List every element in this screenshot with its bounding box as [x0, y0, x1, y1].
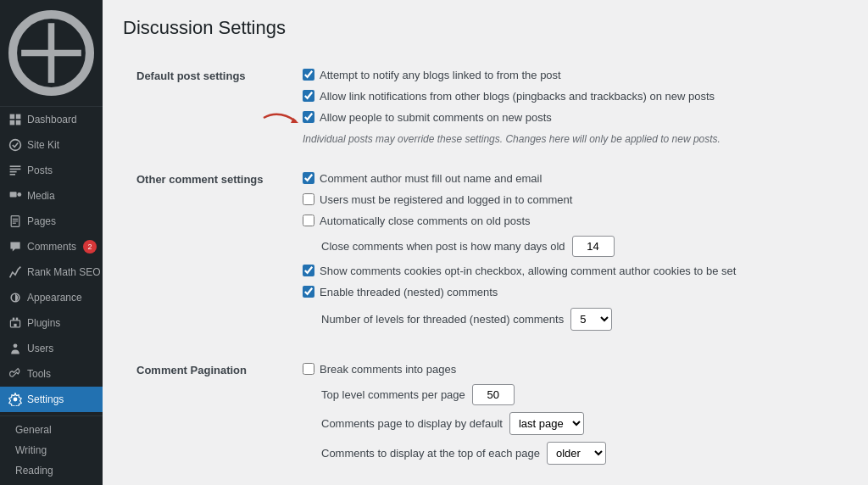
- sidebar-label-rankmath: Rank Math SEO: [27, 266, 101, 278]
- submenu-item-writing[interactable]: Writing: [0, 440, 103, 460]
- section-comment-pagination: Comment Pagination Break comments into p…: [123, 350, 848, 484]
- checkbox-row-cookies: Show comments cookies opt-in checkbox, a…: [303, 264, 834, 279]
- label-break-pages: Break comments into pages: [320, 362, 456, 377]
- per-page-input[interactable]: [472, 384, 515, 405]
- checkbox-notify-blogs[interactable]: [303, 69, 314, 81]
- wordpress-logo: [0, 0, 103, 107]
- label-notify-blogs: Attempt to notify any blogs linked to fr…: [320, 68, 561, 83]
- sidebar-label-comments: Comments: [27, 241, 76, 253]
- svg-point-5: [10, 140, 21, 151]
- comments-badge: 2: [83, 240, 97, 254]
- section-label-other: Other comment settings: [136, 171, 289, 186]
- checkbox-row-notify: Attempt to notify any blogs linked to fr…: [303, 68, 834, 83]
- section-controls-other: Comment author must fill out name and em…: [303, 171, 834, 337]
- display-page-select[interactable]: first pagelast page: [509, 412, 584, 435]
- threaded-levels-label: Number of levels for threaded (nested) c…: [321, 313, 564, 326]
- svg-rect-20: [14, 324, 16, 326]
- per-page-label: Top level comments per page: [321, 388, 465, 401]
- sidebar-item-posts[interactable]: Posts: [0, 158, 103, 183]
- close-days-input[interactable]: [572, 236, 615, 257]
- sidebar-item-plugins[interactable]: Plugins: [0, 310, 103, 336]
- section-label-pagination: Comment Pagination: [136, 362, 289, 376]
- page-title: Discussion Settings: [123, 17, 848, 39]
- sidebar-label-pages: Pages: [27, 215, 56, 227]
- top-of-page-row: Comments to display at the top of each p…: [321, 442, 834, 465]
- svg-rect-2: [16, 114, 21, 120]
- svg-rect-13: [13, 219, 18, 220]
- checkbox-row-link-notifications: Allow link notifications from other blog…: [303, 89, 834, 104]
- sidebar-item-sitekit[interactable]: Site Kit: [0, 132, 103, 158]
- sidebar-label-settings: Settings: [27, 393, 64, 405]
- sidebar-item-pages[interactable]: Pages: [0, 209, 103, 234]
- sidebar-label-posts: Posts: [27, 164, 53, 176]
- sidebar-item-appearance[interactable]: Appearance: [0, 285, 103, 310]
- checkbox-row-break-pages: Break comments into pages: [303, 362, 834, 377]
- sidebar: Dashboard Site Kit Posts Media Pages Com…: [0, 0, 103, 485]
- svg-rect-4: [16, 120, 21, 125]
- svg-rect-1: [10, 114, 15, 120]
- svg-point-11: [17, 192, 21, 197]
- label-allow-comments: Allow people to submit comments on new p…: [320, 110, 552, 125]
- checkbox-auto-close[interactable]: [303, 215, 314, 226]
- label-threaded: Enable threaded (nested) comments: [320, 285, 498, 300]
- sidebar-label-users: Users: [27, 343, 53, 354]
- checkbox-cookies[interactable]: [303, 265, 314, 276]
- submenu-item-discussion[interactable]: Discussion: [0, 481, 103, 485]
- top-of-page-select[interactable]: oldernewer: [547, 442, 606, 465]
- sidebar-item-dashboard[interactable]: Dashboard: [0, 107, 103, 132]
- checkbox-author-name[interactable]: [303, 172, 314, 184]
- threaded-levels-row: Number of levels for threaded (nested) c…: [321, 308, 834, 331]
- svg-rect-7: [10, 169, 21, 170]
- sidebar-item-comments[interactable]: Comments 2: [0, 234, 103, 259]
- label-auto-close: Automatically close comments on old post…: [320, 214, 531, 229]
- sidebar-label-tools: Tools: [27, 368, 51, 380]
- checkbox-link-notifications[interactable]: [303, 90, 314, 102]
- checkbox-row-author-name: Comment author must fill out name and em…: [303, 171, 834, 187]
- section-label-default: Default post settings: [136, 68, 289, 82]
- checkbox-row-auto-close: Automatically close comments on old post…: [303, 214, 834, 229]
- sidebar-label-plugins: Plugins: [27, 317, 60, 329]
- checkbox-registered-only[interactable]: [303, 193, 314, 205]
- checkbox-row-threaded: Enable threaded (nested) comments: [303, 285, 834, 300]
- checkbox-row-allow-comments: Allow people to submit comments on new p…: [303, 110, 834, 125]
- label-registered-only: Users must be registered and logged in t…: [320, 192, 572, 208]
- submenu-item-reading[interactable]: Reading: [0, 460, 103, 481]
- sidebar-item-rankmath[interactable]: Rank Math SEO: [0, 259, 103, 285]
- svg-rect-14: [13, 220, 18, 221]
- svg-rect-8: [10, 171, 17, 173]
- sidebar-label-dashboard: Dashboard: [27, 114, 77, 125]
- section-other-comment-settings: Other comment settings Comment author mu…: [123, 159, 848, 350]
- main-content: Discussion Settings Default post setting…: [103, 0, 868, 485]
- label-author-name: Comment author must fill out name and em…: [320, 171, 542, 187]
- svg-point-21: [14, 343, 18, 348]
- checkbox-row-registered-only: Users must be registered and logged in t…: [303, 192, 834, 208]
- section-controls-pagination: Break comments into pages Top level comm…: [303, 362, 834, 471]
- svg-rect-3: [10, 120, 15, 125]
- sidebar-label-appearance: Appearance: [27, 292, 82, 304]
- helper-text-default: Individual posts may override these sett…: [303, 131, 834, 147]
- checkbox-break-pages[interactable]: [303, 363, 314, 375]
- sidebar-item-users[interactable]: Users: [0, 336, 103, 361]
- sidebar-item-media[interactable]: Media: [0, 183, 103, 209]
- threaded-levels-select[interactable]: 2345678910: [570, 308, 612, 331]
- section-default-post-settings: Default post settings Attempt to notify …: [123, 56, 848, 159]
- sidebar-item-settings[interactable]: Settings: [0, 387, 103, 412]
- svg-rect-10: [10, 192, 17, 197]
- sidebar-label-sitekit: Site Kit: [27, 139, 59, 151]
- label-cookies: Show comments cookies opt-in checkbox, a…: [320, 264, 736, 279]
- svg-rect-6: [10, 165, 21, 167]
- close-days-label: Close comments when post is how many day…: [321, 240, 565, 253]
- display-page-row: Comments page to display by default firs…: [321, 412, 834, 435]
- per-page-row: Top level comments per page: [321, 384, 834, 405]
- section-controls-default: Attempt to notify any blogs linked to fr…: [303, 68, 834, 147]
- submenu-item-general[interactable]: General: [0, 420, 103, 440]
- sidebar-item-tools[interactable]: Tools: [0, 361, 103, 387]
- label-link-notifications: Allow link notifications from other blog…: [320, 89, 715, 104]
- checkbox-threaded[interactable]: [303, 286, 314, 298]
- red-arrow-annotation: [262, 106, 301, 130]
- sidebar-label-media: Media: [27, 190, 55, 202]
- display-page-label: Comments page to display by default: [321, 417, 503, 430]
- svg-rect-15: [13, 223, 16, 224]
- close-days-row: Close comments when post is how many day…: [321, 236, 834, 257]
- checkbox-allow-comments[interactable]: [303, 111, 314, 123]
